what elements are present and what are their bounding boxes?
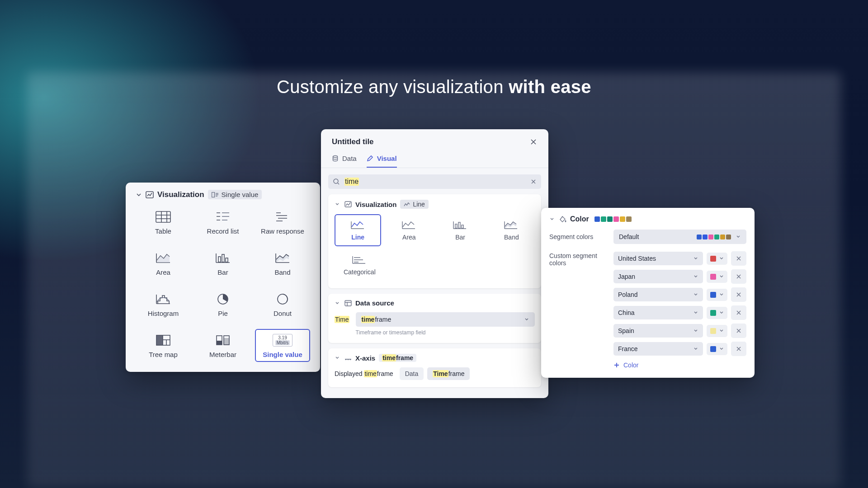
search-icon — [333, 178, 340, 185]
svg-rect-19 — [458, 222, 460, 228]
tile-editor-modal: Untitled tile Data Visual time — [321, 129, 548, 398]
country-select[interactable]: Spain — [613, 324, 703, 338]
viz-option-record-list[interactable]: Record list — [195, 206, 250, 239]
raw-response-icon — [273, 209, 292, 225]
chart-icon — [146, 191, 154, 198]
chevron-down-icon — [693, 328, 698, 333]
visualization-grid: Table Record list Raw response Area Bar … — [136, 206, 310, 362]
country-select[interactable]: Poland — [613, 288, 703, 301]
swatch — [607, 216, 613, 222]
svg-point-15 — [333, 156, 338, 158]
remove-color-button[interactable] — [731, 269, 746, 284]
headline-pre: Customize any visualization — [277, 77, 509, 97]
close-icon — [530, 178, 537, 185]
color-select[interactable] — [707, 289, 727, 301]
color-select[interactable] — [707, 253, 727, 265]
displayed-timeframe-label: Displayed timeframe — [335, 370, 393, 377]
timeframe-select[interactable]: timeframe — [356, 312, 535, 327]
viz-option-single-value[interactable]: 3.19Mbit/s Single value — [255, 329, 310, 362]
xaxis-subsection-header[interactable]: X-axis timeframe — [335, 354, 535, 362]
country-color-row: United States — [613, 251, 746, 266]
remove-color-button[interactable] — [731, 305, 746, 320]
tab-data[interactable]: Data — [332, 151, 357, 168]
chevron-down-icon — [693, 346, 698, 352]
viz-option-table[interactable]: Table — [136, 206, 191, 239]
country-color-row: China — [613, 305, 746, 320]
country-color-row: France — [613, 342, 746, 356]
viz-option-area[interactable]: Area — [136, 247, 191, 280]
remove-color-button[interactable] — [731, 324, 746, 338]
toggle-option-timeframe[interactable]: Timeframe — [427, 367, 470, 380]
svg-rect-14 — [224, 338, 229, 345]
svg-rect-18 — [455, 224, 457, 228]
visualization-picker-panel: Visualization Single value Table Record … — [126, 183, 320, 372]
swatch — [710, 256, 716, 262]
visualization-section-header[interactable]: Visualization Single value — [136, 190, 310, 199]
swatch — [714, 235, 719, 239]
chevron-down-icon — [693, 274, 698, 279]
pie-chart-icon — [213, 291, 232, 307]
color-section-header[interactable]: Color — [549, 215, 746, 223]
swatch — [720, 235, 725, 239]
country-select[interactable]: China — [613, 306, 703, 319]
datasource-subsection-header[interactable]: Data source — [335, 299, 535, 307]
tab-visual[interactable]: Visual — [367, 151, 397, 168]
area-chart-icon — [154, 250, 173, 266]
color-select[interactable] — [707, 271, 727, 283]
svg-rect-21 — [345, 300, 351, 306]
viz-option-tree-map[interactable]: Tree map — [136, 329, 191, 362]
country-select[interactable]: United States — [613, 252, 703, 265]
country-select[interactable]: France — [613, 342, 703, 356]
chevron-down-icon — [736, 234, 741, 239]
close-button[interactable] — [529, 138, 538, 146]
visualization-subsection-header[interactable]: Visualization Line — [335, 200, 535, 209]
color-select[interactable] — [707, 307, 727, 319]
chevron-down-icon — [719, 347, 724, 351]
color-select[interactable] — [707, 325, 727, 337]
viz-option-bar[interactable]: Bar — [195, 247, 250, 280]
chevron-down-icon — [136, 192, 142, 198]
color-select[interactable] — [707, 343, 727, 355]
data-source-icon — [344, 300, 352, 306]
add-color-button[interactable]: Color — [549, 361, 746, 369]
donut-chart-icon — [273, 291, 292, 307]
viz-option-band[interactable]: Band — [488, 214, 535, 246]
categorical-chart-icon — [351, 254, 368, 266]
chevron-down-icon — [693, 292, 698, 297]
viz-option-pie[interactable]: Pie — [195, 288, 250, 321]
tree-map-icon — [154, 333, 173, 348]
swatch — [708, 235, 713, 239]
chevron-down-icon — [719, 292, 724, 297]
chevron-down-icon — [719, 274, 724, 279]
viz-option-area[interactable]: Area — [386, 214, 432, 246]
close-icon — [736, 256, 741, 261]
headline-strong: with ease — [509, 77, 591, 97]
paint-bucket-icon — [559, 216, 566, 223]
country-select[interactable]: Japan — [613, 270, 703, 283]
viz-option-raw-response[interactable]: Raw response — [255, 206, 310, 239]
single-value-icon — [212, 192, 219, 197]
band-chart-icon — [503, 220, 519, 231]
swatch — [710, 346, 716, 352]
swatch — [710, 310, 716, 316]
remove-color-button[interactable] — [731, 287, 746, 302]
remove-color-button[interactable] — [731, 342, 746, 356]
viz-option-donut[interactable]: Donut — [255, 288, 310, 321]
swatch — [620, 216, 625, 222]
modal-tabs: Data Visual — [321, 151, 548, 168]
segment-default-swatches — [697, 235, 731, 239]
viz-option-line[interactable]: Line — [335, 214, 381, 246]
x-axis-icon — [344, 355, 352, 361]
viz-option-histogram[interactable]: Histogram — [136, 288, 191, 321]
toggle-option-data[interactable]: Data — [400, 367, 424, 380]
clear-search-button[interactable] — [530, 178, 537, 185]
viz-option-meterbar[interactable]: Meterbar — [195, 329, 250, 362]
viz-option-bar[interactable]: Bar — [437, 214, 484, 246]
search-field[interactable]: time — [328, 174, 541, 189]
remove-color-button[interactable] — [731, 251, 746, 266]
segment-colors-select[interactable]: Default — [613, 230, 746, 244]
swatch — [703, 235, 708, 239]
viz-option-band[interactable]: Band — [255, 247, 310, 280]
viz-option-categorical[interactable]: Categorical — [335, 249, 385, 281]
line-chart-icon — [350, 220, 366, 231]
